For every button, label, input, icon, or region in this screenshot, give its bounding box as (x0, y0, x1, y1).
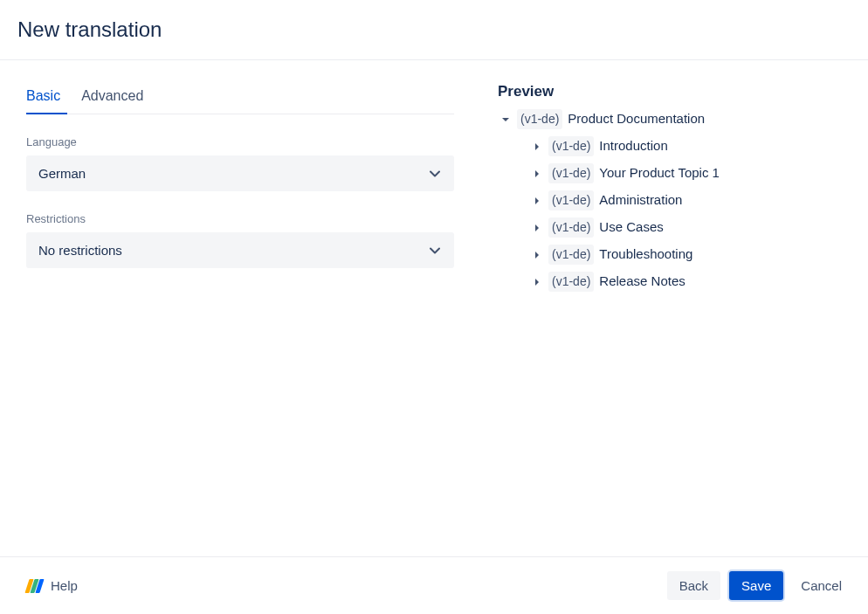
version-tag: (v1-de) (517, 109, 562, 129)
tree-root[interactable]: (v1-de) Product Documentation (498, 106, 851, 133)
version-tag: (v1-de) (548, 245, 594, 265)
tab-basic[interactable]: Basic (26, 83, 67, 114)
preview-title: Preview (498, 83, 851, 100)
language-label: Language (26, 135, 454, 148)
chevron-down-icon[interactable] (498, 115, 513, 124)
chevron-right-icon[interactable] (529, 197, 545, 205)
content-area: Basic Advanced Language German Restricti… (0, 60, 868, 295)
tab-advanced[interactable]: Advanced (81, 83, 150, 114)
tree-item[interactable]: (v1-de)Troubleshooting (529, 241, 851, 268)
language-group: Language German (26, 135, 454, 191)
help-link[interactable]: Help (26, 578, 78, 593)
tree-item[interactable]: (v1-de)Use Cases (529, 214, 851, 241)
chevron-right-icon[interactable] (529, 169, 545, 178)
dialog-header: New translation (0, 0, 868, 59)
restrictions-label: Restrictions (26, 212, 454, 225)
tree-item[interactable]: (v1-de)Introduction (529, 133, 851, 160)
version-tag: (v1-de) (548, 217, 594, 238)
tree-item[interactable]: (v1-de)Your Product Topic 1 (529, 160, 851, 187)
restrictions-group: Restrictions No restrictions (26, 212, 454, 268)
chevron-right-icon[interactable] (529, 251, 545, 259)
help-label: Help (51, 578, 78, 593)
back-button[interactable]: Back (667, 571, 720, 600)
chevron-right-icon[interactable] (529, 278, 545, 286)
footer-buttons: Back Save Cancel (667, 571, 851, 600)
save-button[interactable]: Save (729, 571, 783, 600)
tree-children: (v1-de)Introduction(v1-de)Your Product T… (498, 133, 851, 295)
tree-item[interactable]: (v1-de)Release Notes (529, 268, 851, 295)
tabs: Basic Advanced (26, 83, 454, 114)
chevron-down-icon (428, 167, 442, 181)
tree-item[interactable]: (v1-de)Administration (529, 187, 851, 214)
language-select[interactable]: German (26, 155, 454, 191)
tree-item-label: Administration (599, 190, 682, 210)
tree-root-label: Product Documentation (568, 109, 705, 129)
chevron-right-icon[interactable] (529, 224, 545, 232)
version-tag: (v1-de) (548, 272, 594, 292)
page-title: New translation (17, 17, 851, 42)
preview-column: Preview (v1-de) Product Documentation (v… (498, 83, 851, 295)
dialog-footer: Help Back Save Cancel (0, 556, 868, 614)
tree-item-label: Use Cases (599, 217, 663, 238)
tree-item-label: Release Notes (599, 272, 685, 292)
version-tag: (v1-de) (548, 136, 594, 156)
version-tag: (v1-de) (548, 190, 594, 210)
restrictions-select[interactable]: No restrictions (26, 232, 454, 268)
help-icon (26, 579, 44, 593)
form-column: Basic Advanced Language German Restricti… (26, 83, 454, 295)
language-value: German (38, 166, 86, 181)
chevron-right-icon[interactable] (529, 142, 545, 151)
restrictions-value: No restrictions (38, 243, 122, 258)
tree-item-label: Troubleshooting (599, 245, 692, 265)
tree-item-label: Introduction (599, 136, 667, 156)
version-tag: (v1-de) (548, 163, 594, 183)
cancel-button[interactable]: Cancel (792, 571, 851, 600)
preview-tree: (v1-de) Product Documentation (v1-de)Int… (498, 106, 851, 295)
tree-item-label: Your Product Topic 1 (599, 163, 720, 183)
chevron-down-icon (428, 244, 442, 258)
